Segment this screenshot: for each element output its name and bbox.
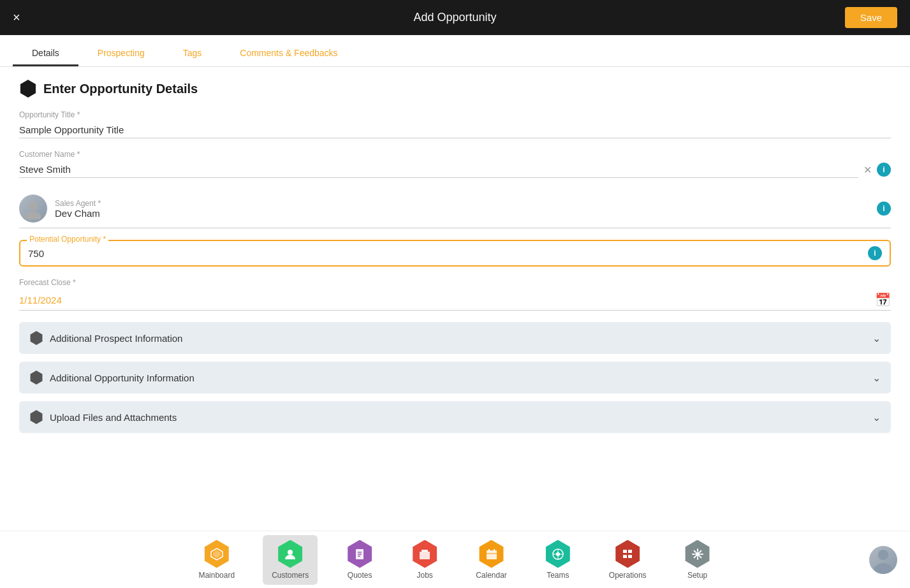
customer-info-icon[interactable]: i bbox=[877, 163, 891, 177]
save-button[interactable]: Save bbox=[845, 7, 897, 28]
section-title: Enter Opportunity Details bbox=[43, 82, 198, 96]
page-title: Add Opportunity bbox=[413, 11, 496, 24]
operations-label: Operations bbox=[609, 571, 647, 580]
setup-icon bbox=[684, 540, 712, 568]
nav-item-mainboard[interactable]: Mainboard bbox=[189, 535, 244, 585]
collapsible-left: Additional Prospect Information bbox=[29, 331, 182, 345]
agent-avatar-image bbox=[22, 198, 44, 219]
potential-opportunity-field: Potential Opportunity * i bbox=[19, 240, 891, 267]
collapsible-left-3: Upload Files and Attachments bbox=[29, 410, 177, 424]
svg-point-1 bbox=[26, 212, 41, 219]
close-button[interactable]: × bbox=[13, 10, 20, 25]
operations-icon bbox=[613, 540, 642, 568]
section-header: Enter Opportunity Details bbox=[19, 80, 891, 98]
forecast-close-field: Forecast Close * 📅 bbox=[19, 278, 891, 311]
chevron-down-icon: ⌄ bbox=[872, 332, 881, 344]
tab-prospecting[interactable]: Prospecting bbox=[78, 41, 164, 66]
forecast-close-label: Forecast Close * bbox=[19, 278, 891, 287]
tab-bar: Details Prospecting Tags Comments & Feed… bbox=[0, 41, 910, 67]
svg-point-25 bbox=[874, 563, 892, 574]
bottom-navigation: Mainboard Customers Quotes Jobs Calendar… bbox=[0, 531, 910, 588]
nav-item-calendar[interactable]: Calendar bbox=[467, 535, 516, 585]
sales-agent-label: Sales Agent * bbox=[55, 199, 891, 208]
calendar-icon[interactable]: 📅 bbox=[875, 292, 891, 307]
additional-opportunity-label: Additional Opportunity Information bbox=[50, 372, 194, 383]
agent-info: Sales Agent * Dev Cham bbox=[55, 199, 891, 219]
nav-item-setup[interactable]: Setup bbox=[675, 535, 721, 585]
tab-tags[interactable]: Tags bbox=[164, 41, 221, 66]
bottom-right-avatar[interactable] bbox=[869, 546, 897, 574]
customers-icon bbox=[276, 540, 304, 568]
mainboard-icon bbox=[203, 540, 231, 568]
teams-icon bbox=[544, 540, 572, 568]
additional-prospect-info-section[interactable]: Additional Prospect Information ⌄ bbox=[19, 322, 891, 354]
svg-rect-21 bbox=[623, 555, 627, 558]
sales-agent-field: Sales Agent * Dev Cham i bbox=[19, 189, 891, 228]
mainboard-label: Mainboard bbox=[198, 571, 235, 580]
nav-item-operations[interactable]: Operations bbox=[600, 535, 656, 585]
quotes-label: Quotes bbox=[348, 571, 372, 580]
quotes-icon bbox=[346, 540, 374, 568]
chevron-down-icon-2: ⌄ bbox=[872, 372, 881, 384]
svg-point-4 bbox=[288, 550, 293, 555]
sales-agent-name: Dev Cham bbox=[55, 208, 891, 219]
potential-info-icon[interactable]: i bbox=[868, 246, 882, 260]
upload-files-section[interactable]: Upload Files and Attachments ⌄ bbox=[19, 401, 891, 433]
calendar-label: Calendar bbox=[476, 571, 507, 580]
customer-name-field: Customer Name * ✕ i bbox=[19, 150, 891, 178]
sales-agent-info-icon[interactable]: i bbox=[877, 202, 891, 216]
svg-point-23 bbox=[695, 552, 700, 556]
svg-rect-20 bbox=[628, 550, 632, 553]
chevron-down-icon-3: ⌄ bbox=[872, 411, 881, 423]
agent-row: Sales Agent * Dev Cham i bbox=[19, 189, 891, 228]
forecast-close-input[interactable] bbox=[19, 295, 875, 305]
svg-point-0 bbox=[29, 202, 38, 210]
svg-rect-9 bbox=[422, 550, 428, 552]
opportunity-title-label: Opportunity Title * bbox=[19, 110, 891, 119]
svg-rect-10 bbox=[420, 552, 430, 559]
potential-opportunity-label: Potential Opportunity * bbox=[27, 235, 108, 244]
avatar-image bbox=[869, 546, 897, 574]
calendar-nav-icon bbox=[478, 540, 506, 568]
collapsible-left-2: Additional Opportunity Information bbox=[29, 371, 194, 385]
collapsible-hex-icon-2 bbox=[29, 371, 43, 385]
svg-point-24 bbox=[878, 550, 888, 560]
collapsible-hex-icon bbox=[29, 331, 43, 345]
collapsible-hex-icon-3 bbox=[29, 410, 43, 424]
customer-name-wrapper: ✕ i bbox=[19, 161, 891, 178]
customers-label: Customers bbox=[272, 571, 309, 580]
nav-item-quotes[interactable]: Quotes bbox=[337, 535, 383, 585]
app-header: × Add Opportunity Save bbox=[0, 0, 910, 35]
customer-name-label: Customer Name * bbox=[19, 150, 891, 159]
tab-details[interactable]: Details bbox=[13, 41, 78, 66]
additional-prospect-label: Additional Prospect Information bbox=[50, 333, 182, 344]
svg-rect-22 bbox=[628, 555, 632, 558]
teams-label: Teams bbox=[547, 571, 569, 580]
agent-avatar bbox=[19, 195, 47, 223]
jobs-label: Jobs bbox=[416, 571, 432, 580]
potential-opportunity-inner: i bbox=[28, 246, 882, 260]
svg-rect-11 bbox=[487, 550, 497, 559]
jobs-icon bbox=[411, 540, 439, 568]
tab-comments[interactable]: Comments & Feedbacks bbox=[221, 41, 356, 66]
section-hex-icon bbox=[19, 80, 37, 98]
setup-label: Setup bbox=[687, 571, 707, 580]
upload-files-label: Upload Files and Attachments bbox=[50, 412, 177, 423]
svg-marker-3 bbox=[213, 550, 221, 558]
opportunity-title-field: Opportunity Title * bbox=[19, 110, 891, 138]
main-content: Enter Opportunity Details Opportunity Ti… bbox=[0, 67, 910, 531]
nav-item-jobs[interactable]: Jobs bbox=[402, 535, 448, 585]
potential-opportunity-input[interactable] bbox=[28, 248, 863, 259]
nav-item-customers[interactable]: Customers bbox=[263, 535, 318, 585]
svg-rect-19 bbox=[623, 550, 627, 553]
nav-item-teams[interactable]: Teams bbox=[535, 535, 581, 585]
customer-name-input[interactable] bbox=[19, 161, 858, 178]
forecast-close-wrapper: 📅 bbox=[19, 290, 891, 311]
additional-opportunity-info-section[interactable]: Additional Opportunity Information ⌄ bbox=[19, 362, 891, 393]
customer-name-clear-icon[interactable]: ✕ bbox=[863, 164, 872, 176]
opportunity-title-input[interactable] bbox=[19, 122, 891, 138]
